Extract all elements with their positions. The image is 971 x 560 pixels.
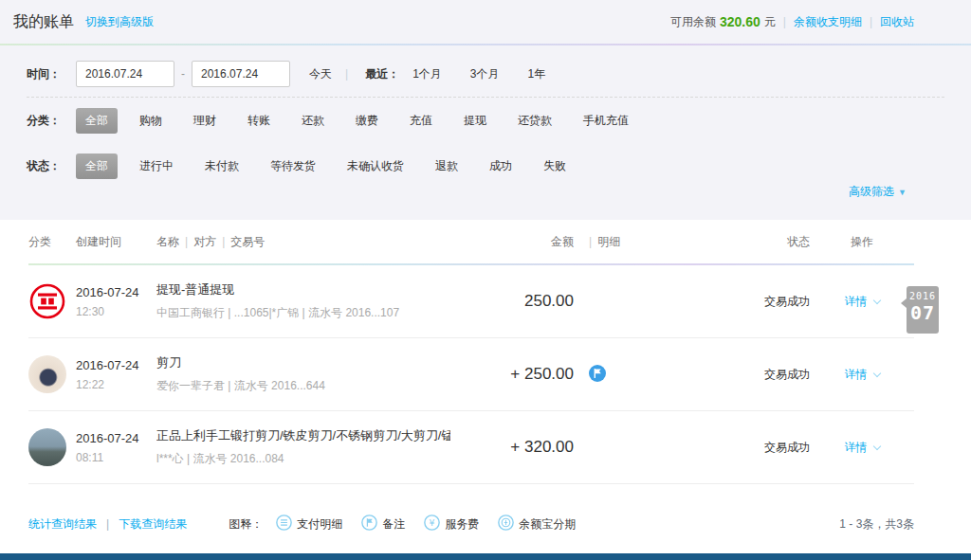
advanced-filter-toggle[interactable]: 高级筛选▼ — [849, 184, 907, 200]
detail-link[interactable]: 详情 — [845, 368, 880, 381]
legend-item: 备注 — [361, 515, 405, 533]
legend-label: 图释： — [229, 516, 263, 533]
category-withdraw[interactable]: 提现 — [454, 108, 496, 134]
category-all[interactable]: 全部 — [76, 108, 118, 134]
header-name: 名称 — [156, 235, 179, 248]
topbar: 我的账单 切换到高级版 可用余额 320.60 元 | 余额收支明细 | 回收站 — [0, 0, 971, 44]
status-refund[interactable]: 退款 — [426, 154, 467, 179]
transaction-status: 交易成功 — [621, 294, 810, 310]
legend-item: 支付明细 — [276, 515, 342, 533]
recent-label: 最近： — [365, 66, 399, 82]
header-detail-group: |明细 — [574, 234, 621, 250]
separator: | — [185, 235, 188, 248]
status-all[interactable]: 全部 — [76, 154, 118, 179]
category-filter-row: 分类： 全部 购物 理财 转账 还款 缴费 充值 提现 还贷款 手机充值 — [27, 98, 944, 143]
time-filter-label: 时间： — [27, 66, 61, 82]
status-failed[interactable]: 失败 — [534, 154, 576, 179]
header-action: 操作 — [810, 234, 914, 250]
transaction-subinfo: 中国工商银行 | ...1065|*广锦 | 流水号 2016...107 — [156, 305, 450, 321]
status-filter-label: 状态： — [27, 158, 61, 174]
chevron-down-icon — [872, 296, 880, 303]
separator: | — [106, 517, 109, 531]
recent-3-month-link[interactable]: 3个月 — [470, 66, 500, 82]
detail-link[interactable]: 详情 — [845, 441, 880, 454]
category-mobile-top-up[interactable]: 手机充值 — [574, 108, 638, 134]
header-detail: 明细 — [597, 235, 620, 248]
legend-item: 余额宝分期 — [498, 515, 576, 533]
status-in-progress[interactable]: 进行中 — [130, 154, 183, 179]
icbc-bank-logo-icon — [28, 282, 66, 320]
status-success[interactable]: 成功 — [480, 154, 522, 179]
category-top-up[interactable]: 充值 — [400, 108, 442, 134]
legend-item: ¥ 服务费 — [424, 515, 479, 533]
recycle-bin-link[interactable]: 回收站 — [880, 14, 914, 30]
payment-detail-icon — [276, 515, 297, 533]
bottom-bar — [0, 553, 971, 560]
remark-flag-icon[interactable] — [589, 371, 606, 385]
yuebao-installment-icon — [498, 515, 519, 533]
detail-link-label: 详情 — [845, 295, 868, 308]
row-time: 08:11 — [76, 451, 156, 464]
remark-flag-icon — [361, 515, 382, 533]
balance-unit: 元 — [764, 14, 776, 30]
date-from-input[interactable] — [76, 61, 174, 87]
balance-detail-link[interactable]: 余额收支明细 — [794, 14, 862, 30]
my-bills-page: 我的账单 切换到高级版 可用余额 320.60 元 | 余额收支明细 | 回收站… — [0, 0, 971, 560]
detail-link-label: 详情 — [845, 441, 868, 454]
chevron-down-icon: ▼ — [898, 188, 907, 197]
status-filter-row: 状态： 全部 进行中 未付款 等待发货 未确认收货 退款 成功 失败 — [27, 143, 944, 189]
separator: | — [345, 67, 348, 81]
transaction-name: 提现-普通提现 — [156, 281, 450, 298]
table-footer: 统计查询结果 | 下载查询结果 图释： 支付明细 — [0, 505, 971, 543]
switch-advanced-link[interactable]: 切换到高级版 — [85, 14, 154, 30]
chevron-down-icon — [872, 369, 880, 376]
category-loan-repay[interactable]: 还贷款 — [508, 108, 561, 134]
category-shopping[interactable]: 购物 — [130, 108, 172, 134]
transaction-status: 交易成功 — [621, 367, 810, 383]
service-fee-icon: ¥ — [424, 515, 445, 533]
separator: | — [783, 15, 786, 28]
balance-label: 可用余额 — [670, 14, 716, 30]
row-date: 2016-07-24 — [76, 431, 156, 445]
category-transfer[interactable]: 转账 — [238, 108, 280, 134]
svg-text:¥: ¥ — [430, 517, 435, 528]
status-unpaid[interactable]: 未付款 — [195, 154, 248, 179]
header-txn-number: 交易号 — [230, 235, 265, 248]
table-header-row: 分类 创建时间 名称|对方|交易号 金额 |明细 状态 操作 — [28, 220, 914, 263]
transaction-subinfo: 爱你一辈子君 | 流水号 2016...644 — [156, 378, 450, 394]
transaction-row: 2016-07-24 12:22 剪刀 爱你一辈子君 | 流水号 2016...… — [28, 338, 914, 411]
row-date: 2016-07-24 — [76, 358, 156, 372]
category-bill-pay[interactable]: 缴费 — [346, 108, 388, 134]
recent-1-year-link[interactable]: 1年 — [528, 66, 546, 82]
today-link[interactable]: 今天 — [309, 66, 332, 82]
detail-link-label: 详情 — [845, 368, 868, 381]
stats-query-link[interactable]: 统计查询结果 — [28, 516, 97, 533]
filter-panel: 时间： - 今天 | 最近： 1个月 3个月 1年 分类： 全部 购物 理财 转… — [0, 45, 971, 220]
month-marker-month: 07 — [907, 301, 939, 324]
balance-area: 可用余额 320.60 元 | 余额收支明细 | 回收站 — [670, 14, 914, 30]
transaction-status: 交易成功 — [621, 440, 810, 456]
month-marker[interactable]: 2016 07 — [907, 286, 939, 334]
row-time: 12:30 — [76, 305, 156, 318]
status-unconfirmed-receipt[interactable]: 未确认收货 — [338, 154, 413, 179]
category-repayment[interactable]: 还款 — [292, 108, 334, 134]
transaction-amount: + 320.00 — [510, 438, 574, 456]
separator: | — [222, 235, 225, 248]
chevron-down-icon — [872, 442, 880, 449]
transaction-row: 2016-07-24 08:11 正品上利手工锻打剪刀/铁皮剪刀/不锈钢剪刀/大… — [28, 411, 914, 484]
download-query-link[interactable]: 下载查询结果 — [119, 516, 187, 533]
legend-item-label: 服务费 — [445, 516, 479, 533]
transaction-amount: 250.00 — [524, 292, 574, 310]
header-counterparty: 对方 — [193, 235, 216, 248]
transaction-row: 2016-07-24 12:30 提现-普通提现 中国工商银行 | ...106… — [28, 265, 914, 338]
header-amount: 金额 — [460, 234, 574, 250]
separator: | — [870, 15, 872, 28]
header-status: 状态 — [621, 234, 810, 250]
category-wealth[interactable]: 理财 — [184, 108, 226, 134]
recent-1-month-link[interactable]: 1个月 — [412, 66, 442, 82]
status-awaiting-shipment[interactable]: 等待发货 — [261, 154, 325, 179]
category-filter-label: 分类： — [27, 113, 61, 129]
date-to-input[interactable] — [192, 61, 290, 87]
detail-link[interactable]: 详情 — [845, 295, 880, 308]
detail-indicator-cell — [574, 365, 621, 385]
